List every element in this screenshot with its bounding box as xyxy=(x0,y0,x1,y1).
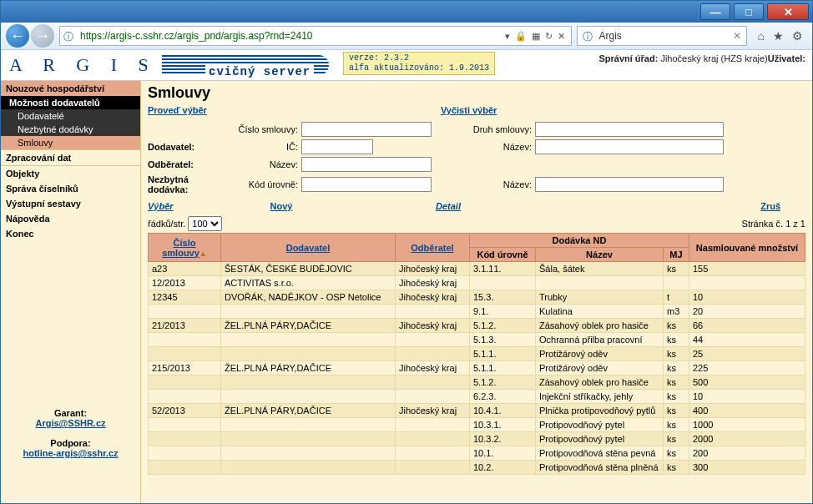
page-title: Smlouvy xyxy=(148,84,805,102)
table-row[interactable]: 21/2013ŽEL.PLNÁ PÁRY,DAČICEJihočeský kra… xyxy=(149,319,805,333)
col-odberatel[interactable]: Odběratel xyxy=(411,243,453,253)
server-label: cvičný server xyxy=(205,65,314,78)
col-nazev: Název xyxy=(536,248,664,262)
kod-input[interactable] xyxy=(301,177,432,192)
table-row[interactable]: 52/2013ŽEL.PLNÁ PÁRY,DAČICEJihočeský kra… xyxy=(149,404,805,418)
table-row[interactable]: 215/2013ŽEL.PLNÁ PÁRY,DAČICEJihočeský kr… xyxy=(149,361,805,375)
druh-label: Druh smlouvy: xyxy=(432,124,535,134)
col-mj: MJ xyxy=(664,248,689,262)
nd-nazev-input[interactable] xyxy=(535,177,724,192)
ic-label: IČ: xyxy=(223,142,301,152)
home-icon[interactable]: ⌂ xyxy=(758,29,765,43)
table-row[interactable]: 10.3.1.Protipovodňový pytelks1000 xyxy=(149,418,805,432)
col-kod: Kód úrovně xyxy=(470,248,536,262)
table-row[interactable]: a23ŠESTÁK, ČESKÉ BUDĚJOVICJihočeský kraj… xyxy=(149,262,805,276)
table-row[interactable]: 10.2.Protipovodňová stěna plněnáks300 xyxy=(149,461,805,475)
forward-button[interactable]: → xyxy=(31,24,54,48)
toolbar-right: ⌂ ★ ⚙ xyxy=(754,29,807,43)
vyber-link[interactable]: Výběr xyxy=(148,201,198,211)
close-button[interactable]: ✕ xyxy=(767,3,809,20)
sidebar-link-sprava[interactable]: Správa číselníků xyxy=(1,181,140,196)
table-row[interactable]: 12/2013ACTIVITAS s.r.o.Jihočeský kraj xyxy=(149,276,805,290)
col-cislo[interactable]: Číslo smlouvy xyxy=(162,238,199,258)
app-logo: A R G I S xyxy=(1,54,157,76)
sidebar-link-objekty[interactable]: Objekty xyxy=(1,165,140,181)
app-banner: A R G I S cvičný server verze: 2.3.2 alf… xyxy=(1,50,812,81)
ie-icon: ⓘ xyxy=(583,30,594,42)
browser-toolbar: ← → ⓘ https://argis-c.sshr.cz/argis_pnd/… xyxy=(1,23,812,50)
cislo-label: Číslo smlouvy: xyxy=(223,124,301,134)
col-mnozstvi: Nasmlouvané množství xyxy=(689,234,805,262)
url-text: https://argis-c.sshr.cz/argis_pnd/argis.… xyxy=(80,30,502,42)
contracts-table: Číslo smlouvy▲ Dodavatel Odběratel Dodáv… xyxy=(148,233,805,475)
office-info: Správní úřad: Jihočeský kraj (HZS kraje)… xyxy=(598,53,805,63)
nd-nazev-label: Název: xyxy=(432,179,535,189)
nazev-label: Název: xyxy=(373,142,535,152)
page-content: A R G I S cvičný server verze: 2.3.2 alf… xyxy=(1,50,812,504)
minimize-button[interactable]: ― xyxy=(700,3,730,20)
novy-link[interactable]: Nový xyxy=(198,201,365,211)
sort-asc-icon: ▲ xyxy=(199,249,207,258)
refresh-icon[interactable]: ↻ xyxy=(545,31,553,42)
table-row[interactable]: 10.1.Protipovodňová stěna pevnáks200 xyxy=(149,446,805,461)
tab-title: Argis xyxy=(599,30,622,42)
col-dodavatel[interactable]: Dodavatel xyxy=(286,243,331,253)
address-bar[interactable]: ⓘ https://argis-c.sshr.cz/argis_pnd/argi… xyxy=(59,26,572,46)
sidebar-item-dodavatele[interactable]: Dodavatelé xyxy=(1,109,140,123)
support-link[interactable]: hotline-argis@sshr.cz xyxy=(1,448,140,458)
table-row[interactable]: 9.1.Kulatinam320 xyxy=(149,305,805,319)
proved-vyber-link[interactable]: Proveď výběr xyxy=(148,105,207,115)
sidebar-group[interactable]: Možnosti dodavatelů xyxy=(1,96,140,109)
version-box: verze: 2.3.2 alfa aktualizováno: 1.9.201… xyxy=(343,52,495,75)
odb-nazev-label: Název: xyxy=(223,159,301,169)
stop-icon[interactable]: ✕ xyxy=(558,31,565,42)
table-row[interactable]: 12345DVOŘÁK, NADĚJKOV - OSP NetoliceJiho… xyxy=(149,290,805,305)
rows-label: řádků/str. xyxy=(148,219,185,229)
lock-icon: 🔒 xyxy=(515,31,527,42)
table-row[interactable]: 10.3.2.Protipovodňový pytelks2000 xyxy=(149,432,805,446)
odberatel-nazev-input[interactable] xyxy=(301,157,432,172)
zrus-link[interactable]: Zruš xyxy=(532,201,805,211)
dodavatel-nazev-input[interactable] xyxy=(535,139,724,154)
vycisti-vyber-link[interactable]: Vyčisti výběr xyxy=(441,105,497,115)
sidebar: Nouzové hospodářství Možnosti dodavatelů… xyxy=(1,81,141,504)
main-panel: Smlouvy Proveď výběr Vyčisti výběr Číslo… xyxy=(141,81,812,504)
support-box: Garant: Argis@SSHR.cz Podpora: hotline-a… xyxy=(1,408,140,458)
detail-link[interactable]: Detail xyxy=(365,201,532,211)
titlebar: ― □ ✕ xyxy=(1,1,812,23)
col-dodavka: Dodávka ND xyxy=(470,234,689,248)
dodavatel-label: Dodavatel: xyxy=(148,142,223,152)
druh-input[interactable] xyxy=(535,122,724,137)
sidebar-link-napoveda[interactable]: Nápověda xyxy=(1,211,140,226)
nezbytna-label: Nezbytná dodávka: xyxy=(148,174,223,194)
settings-icon[interactable]: ⚙ xyxy=(792,29,803,43)
browser-tab[interactable]: ⓘ Argis ✕ xyxy=(577,26,747,46)
favorites-icon[interactable]: ★ xyxy=(773,29,784,43)
sidebar-item-nezbytne[interactable]: Nezbytné dodávky xyxy=(1,123,140,136)
table-row[interactable]: 5.1.2.Zásahový oblek pro hasičeks500 xyxy=(149,375,805,390)
browser-window: ― □ ✕ ← → ⓘ https://argis-c.sshr.cz/argi… xyxy=(0,0,813,504)
dropdown-icon[interactable]: ▾ xyxy=(505,31,510,42)
kod-label: Kód úrovně: xyxy=(223,179,301,189)
back-button[interactable]: ← xyxy=(6,24,29,48)
page-body: Nouzové hospodářství Možnosti dodavatelů… xyxy=(1,81,812,504)
compat-icon[interactable]: ▦ xyxy=(532,31,540,42)
table-row[interactable]: 6.2.3.Injekční stříkačky, jehlyks10 xyxy=(149,390,805,404)
table-row[interactable]: 5.1.3.Ochranná přilba pracovníks44 xyxy=(149,333,805,347)
tab-close-icon[interactable]: ✕ xyxy=(733,30,741,42)
rows-select[interactable]: 100 xyxy=(188,216,222,231)
odberatel-label: Odběratel: xyxy=(148,159,223,169)
maximize-button[interactable]: □ xyxy=(734,3,764,20)
sidebar-link-vystupni[interactable]: Výstupní sestavy xyxy=(1,196,140,211)
garant-link[interactable]: Argis@SSHR.cz xyxy=(1,418,140,428)
sidebar-header[interactable]: Nouzové hospodářství xyxy=(1,81,140,96)
sidebar-link-zpracovani[interactable]: Zpracování dat xyxy=(1,149,140,165)
page-info: Stránka č. 1 z 1 xyxy=(742,219,805,229)
sidebar-item-smlouvy[interactable]: Smlouvy xyxy=(1,136,140,149)
table-row[interactable]: 5.1.1.Protižárový oděvks25 xyxy=(149,347,805,361)
ie-icon: ⓘ xyxy=(63,30,75,42)
cislo-input[interactable] xyxy=(301,122,432,137)
ic-input[interactable] xyxy=(301,139,373,154)
sidebar-link-konec[interactable]: Konec xyxy=(1,226,140,241)
